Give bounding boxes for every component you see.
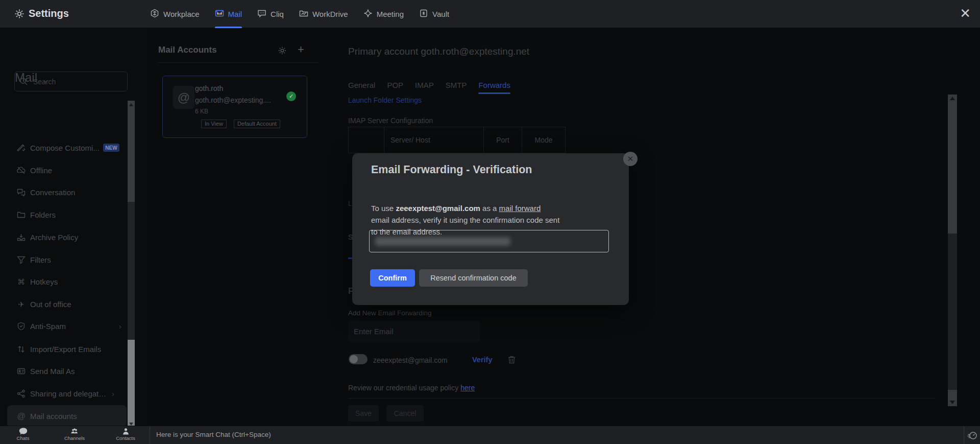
modal-close-icon[interactable]: ✕ — [623, 152, 638, 166]
divider — [964, 426, 964, 444]
at-icon: @ — [17, 412, 26, 420]
account-card[interactable]: @ goth.roth goth.roth@exptesting.... 6 K… — [162, 76, 307, 138]
settings-gear-icon — [14, 9, 24, 19]
table-header-port: Port — [484, 127, 522, 153]
tab-cliq[interactable]: Cliq — [257, 0, 284, 28]
chevron-right-icon: › — [112, 389, 114, 398]
import-export-icon — [17, 345, 26, 354]
smart-chat-launcher-icon[interactable] — [967, 430, 978, 441]
main-scrollbar[interactable] — [948, 95, 957, 406]
sidebar-item-hotkeys[interactable]: ⌘ Hotkeys — [0, 271, 128, 293]
policy-here-link[interactable]: here — [460, 384, 475, 392]
sidebar-item-send-mail-as[interactable]: Send Mail As — [0, 360, 128, 382]
tab-vault[interactable]: Vault — [419, 0, 449, 28]
tab-meeting[interactable]: Meeting — [363, 0, 404, 28]
sidebar-item-sharing-delegation[interactable]: Sharing and delegation › — [0, 383, 128, 405]
app-tabs: Workplace Mail Cliq WorkDrive Meeting Va… — [150, 0, 449, 28]
sidebar-item-compose-customization[interactable]: Compose Customi... NEW — [0, 137, 128, 159]
forwarding-toggle[interactable] — [349, 354, 368, 364]
save-button[interactable]: Save — [348, 405, 379, 422]
mail-icon — [215, 9, 224, 19]
smart-chat-bar: Chats Channels Contacts Here is your Sma… — [0, 426, 980, 444]
add-account-icon[interactable]: + — [298, 43, 304, 56]
tab-imap[interactable]: IMAP — [415, 81, 434, 94]
status-badge-in-view: In View — [201, 120, 227, 128]
conversation-icon — [17, 188, 26, 197]
table-header-server-host: Server/ Host — [384, 127, 484, 153]
chevron-right-icon: › — [119, 322, 121, 331]
tab-workdrive[interactable]: WorkDrive — [299, 0, 348, 28]
divider — [150, 426, 150, 444]
tab-general[interactable]: General — [348, 81, 375, 94]
plane-icon: ✈ — [17, 300, 26, 309]
smart-chat-status-text: Here is your Smart Chat (Ctrl+Space) — [156, 431, 271, 438]
launch-folder-settings-link[interactable]: Launch Folder Settings — [348, 96, 422, 104]
divider — [348, 398, 935, 399]
scroll-down-arrow[interactable] — [950, 401, 955, 404]
account-name: goth.roth — [195, 84, 223, 92]
sidebar-item-archive-policy[interactable]: Archive Policy — [0, 226, 128, 248]
accounts-panel-title: Mail Accounts — [158, 45, 217, 55]
obscured-code-value — [375, 237, 510, 246]
enter-email-input[interactable] — [348, 321, 480, 342]
at-avatar-icon: @ — [173, 86, 194, 109]
scrollbar-thumb-bottom[interactable] — [128, 340, 135, 428]
folders-icon — [17, 211, 26, 219]
imap-section-title: IMAP Server Configuration — [348, 116, 433, 125]
contacts-button[interactable]: Contacts — [108, 427, 143, 443]
mail-forward-link[interactable]: mail forward — [499, 204, 541, 213]
confirmation-code-input[interactable] — [369, 230, 609, 252]
sidebar-item-folders[interactable]: Folders — [0, 204, 128, 226]
tab-workplace[interactable]: Workplace — [150, 0, 200, 28]
workdrive-icon — [299, 9, 308, 19]
compose-icon — [17, 144, 26, 152]
tab-smtp[interactable]: SMTP — [446, 81, 467, 94]
hotkeys-icon: ⌘ — [17, 277, 26, 286]
forward-email-bold: zeeexptest@gmail.com — [396, 204, 480, 213]
confirm-button[interactable]: Confirm — [370, 269, 415, 287]
search-input[interactable] — [33, 73, 120, 90]
tab-pop[interactable]: POP — [387, 81, 403, 94]
top-bar: Settings Workplace Mail Cliq WorkDrive M… — [0, 0, 980, 28]
sidebar-item-filters[interactable]: Filters — [0, 249, 128, 271]
cancel-button[interactable]: Cancel — [386, 405, 424, 422]
search-icon — [19, 77, 28, 86]
chats-button[interactable]: Chats — [5, 427, 41, 443]
table-header-empty — [349, 127, 384, 153]
sidebar-item-label: Compose Customi... — [30, 144, 100, 152]
offline-icon — [17, 166, 26, 175]
sidebar-item-mail-accounts[interactable]: @ Mail accounts — [7, 405, 127, 427]
scrollbar-thumb[interactable] — [948, 233, 957, 390]
tab-forwards[interactable]: Forwards — [478, 81, 510, 94]
sidebar-scrollbar[interactable] — [128, 101, 135, 428]
occluded-link-fragment: L — [348, 199, 352, 207]
tab-mail[interactable]: Mail — [215, 0, 242, 28]
scroll-up-arrow[interactable] — [128, 101, 135, 109]
trash-icon[interactable] — [507, 355, 516, 364]
imap-config-table: Server/ Host Port Mode — [348, 127, 566, 153]
sidebar-item-offline[interactable]: Offline — [0, 159, 128, 181]
account-tabs: General POP IMAP SMTP Forwards — [348, 81, 510, 94]
send-mail-as-icon — [17, 367, 26, 376]
share-icon — [17, 389, 26, 398]
channels-button[interactable]: Channels — [57, 427, 92, 443]
account-email: goth.roth@exptesting.... — [195, 96, 271, 104]
settings-sidebar: Mail ⌄ Compose Customi... NEW Offline Co… — [0, 28, 148, 426]
divider — [158, 62, 319, 63]
filters-icon — [17, 255, 26, 264]
sidebar-item-anti-spam[interactable]: Anti-Spam › — [0, 315, 128, 337]
status-badge-default-account: Default Account — [234, 120, 280, 128]
modal-title: Email Forwarding - Verification — [371, 163, 532, 176]
sidebar-item-conversation[interactable]: Conversation — [0, 181, 128, 203]
resend-confirmation-button[interactable]: Resend confirmation code — [419, 269, 528, 287]
scrollbar-thumb[interactable] — [128, 109, 135, 202]
verify-link[interactable]: Verify — [472, 356, 493, 364]
close-settings-icon[interactable]: ✕ — [960, 4, 971, 22]
sidebar-item-import-export[interactable]: Import/Export Emails — [0, 338, 128, 360]
sidebar-search-box — [14, 72, 128, 91]
vault-icon — [419, 9, 428, 19]
new-badge: NEW — [103, 144, 119, 152]
sidebar-item-out-of-office[interactable]: ✈ Out of office — [0, 293, 128, 315]
accounts-gear-icon[interactable] — [278, 46, 287, 55]
scroll-up-arrow[interactable] — [948, 97, 957, 100]
